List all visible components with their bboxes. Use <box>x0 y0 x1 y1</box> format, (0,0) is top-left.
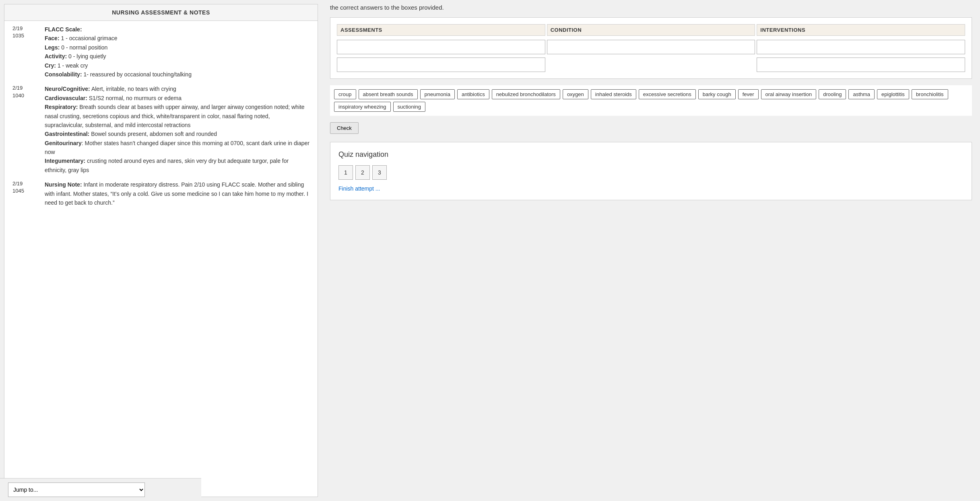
integumentary-entry: Integumentary: crusting noted around eye… <box>45 156 309 175</box>
instruction-text: the correct answers to the boxes provide… <box>330 4 972 11</box>
intervention-input-2[interactable] <box>757 57 965 72</box>
input-row-1 <box>337 40 965 54</box>
word-tag[interactable]: oxygen <box>563 89 588 99</box>
word-tag[interactable]: bronchiolitis <box>912 89 948 99</box>
notes-table: 2/191035 FLACC Scale: Face: 1 - occasion… <box>4 21 318 217</box>
col-header-assessments: ASSESSMENTS <box>337 24 545 36</box>
assessment-input-1[interactable] <box>337 40 545 54</box>
date-1035: 2/191035 <box>12 25 45 39</box>
nav-num-2[interactable]: 2 <box>355 165 370 180</box>
word-tag[interactable]: epiglottitis <box>877 89 909 99</box>
word-tag[interactable]: croup <box>334 89 356 99</box>
condition-spacer <box>547 57 755 72</box>
nursing-note-entry: Nursing Note: Infant in moderate respira… <box>45 180 309 207</box>
jump-to-bar: Jump to... <box>0 478 201 501</box>
notes-entry-1035: 2/191035 FLACC Scale: Face: 1 - occasion… <box>12 25 309 79</box>
intervention-input-1[interactable] <box>757 40 965 54</box>
content-1035: FLACC Scale: Face: 1 - occasional grimac… <box>45 25 309 79</box>
content-1040: Neuro/Cognitive: Alert, irritable, no te… <box>45 84 309 175</box>
respiratory-entry: Respiratory: Breath sounds clear at base… <box>45 103 309 129</box>
quiz-nav: Quiz navigation 123 Finish attempt ... <box>330 142 972 200</box>
gu-entry: Genitourinary: Mother states hasn't chan… <box>45 139 309 157</box>
word-tag[interactable]: oral airway insertion <box>761 89 817 99</box>
word-tag[interactable]: asthma <box>848 89 875 99</box>
word-tag[interactable]: inhaled steroids <box>591 89 636 99</box>
panel-header: NURSING ASSESSMENT & NOTES <box>4 4 318 21</box>
notes-entry-1045: 2/191045 Nursing Note: Infant in moderat… <box>12 180 309 207</box>
check-button[interactable]: Check <box>330 122 359 134</box>
assessment-input-2[interactable] <box>337 57 545 72</box>
jump-to-select[interactable]: Jump to... <box>8 483 145 497</box>
legs-entry: Legs: 0 - normal position <box>45 43 309 52</box>
word-tag[interactable]: drooling <box>819 89 846 99</box>
date-1040: 2/191040 <box>12 84 45 99</box>
word-tag[interactable]: antibiotics <box>457 89 489 99</box>
column-headers: ASSESSMENTS CONDITION INTERVENTIONS <box>337 24 965 36</box>
consolability-entry: Consolability: 1- reassured by occasiona… <box>45 70 309 79</box>
flacc-scale-label: FLACC Scale: <box>45 25 309 34</box>
word-tag[interactable]: nebulized bronchodilators <box>492 89 560 99</box>
input-rows <box>337 40 965 72</box>
date-1045: 2/191045 <box>12 180 45 195</box>
face-entry: Face: 1 - occasional grimace <box>45 34 309 43</box>
finish-attempt-link[interactable]: Finish attempt ... <box>338 185 380 192</box>
notes-entry-1040: 2/191040 Neuro/Cognitive: Alert, irritab… <box>12 84 309 175</box>
right-panel: the correct answers to the boxes provide… <box>322 0 980 501</box>
word-tag[interactable]: barky cough <box>698 89 736 99</box>
cardiovascular-entry: Cardiovascular: S1/S2 normal, no murmurs… <box>45 94 309 103</box>
word-tag[interactable]: inspiratory wheezing <box>334 102 391 112</box>
word-tag[interactable]: fever <box>738 89 759 99</box>
col-header-interventions: INTERVENTIONS <box>757 24 965 36</box>
word-tag[interactable]: pneumonia <box>420 89 455 99</box>
input-row-2 <box>337 57 965 72</box>
nav-num-3[interactable]: 3 <box>372 165 387 180</box>
word-tag[interactable]: absent breath sounds <box>359 89 418 99</box>
drag-drop-area: ASSESSMENTS CONDITION INTERVENTIONS <box>330 17 972 79</box>
gi-entry: Gastrointestinal: Bowel sounds present, … <box>45 129 309 138</box>
quiz-nav-numbers: 123 <box>338 165 963 180</box>
neuro-entry: Neuro/Cognitive: Alert, irritable, no te… <box>45 84 309 93</box>
quiz-nav-title: Quiz navigation <box>338 150 963 159</box>
word-tag[interactable]: suctioning <box>393 102 426 112</box>
activity-entry: Activity: 0 - lying quietly <box>45 52 309 61</box>
word-tag[interactable]: excessive secretions <box>639 89 696 99</box>
left-panel: NURSING ASSESSMENT & NOTES 2/191035 FLAC… <box>4 4 318 497</box>
col-header-condition: CONDITION <box>547 24 755 36</box>
word-bank: croupabsent breath soundspneumoniaantibi… <box>330 85 972 116</box>
nav-num-1[interactable]: 1 <box>338 165 353 180</box>
content-1045: Nursing Note: Infant in moderate respira… <box>45 180 309 207</box>
condition-input-1[interactable] <box>547 40 755 54</box>
cry-entry: Cry: 1 - weak cry <box>45 61 309 70</box>
